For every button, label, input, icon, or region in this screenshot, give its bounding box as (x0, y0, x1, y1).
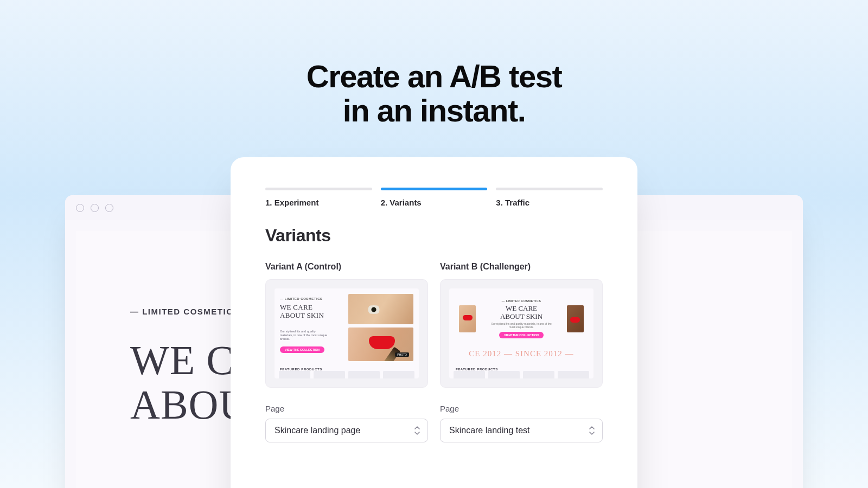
hero-headline: Create an A/B test in an instant. (307, 60, 561, 127)
mini-heading: WE CARE ABOUT SKIN (280, 304, 340, 320)
step-label: 2. Variants (381, 198, 488, 207)
variant-a-column: Variant A (Control) — LIMITED COSMETICS … (265, 262, 428, 442)
mini-copy: Our stylized fits and quality materials,… (280, 330, 329, 341)
step-variants[interactable]: 2. Variants (381, 188, 488, 207)
chevron-up-down-icon (588, 426, 596, 435)
variant-a-page-label: Page (265, 404, 428, 413)
mini-right-photo (567, 305, 584, 332)
variant-b-column: Variant B (Challenger) — LIMITED COSMETI… (440, 262, 603, 442)
variant-b-title: Variant B (Challenger) (440, 262, 603, 272)
mini-brand-eyebrow: — LIMITED COSMETICS (488, 299, 555, 303)
window-dot-minimize (91, 204, 99, 212)
step-label: 3. Traffic (496, 198, 603, 207)
select-value: Skincare landing page (275, 426, 360, 435)
window-dot-zoom (105, 204, 113, 212)
mini-cta-button: VIEW THE COLLECTION (280, 346, 324, 353)
mini-since-ticker: CE 2012 — SINCE 2012 — (449, 349, 593, 358)
mini-copy: Our stylized fits and quality materials,… (488, 322, 555, 329)
mini-heading: WE CARE ABOUT SKIN (488, 305, 555, 320)
mini-brand-eyebrow: — LIMITED COSMETICS (280, 297, 340, 300)
variant-a-title: Variant A (Control) (265, 262, 428, 272)
step-traffic[interactable]: 3. Traffic (496, 188, 603, 207)
mini-cta-button: VIEW THE COLLECTION (499, 332, 544, 338)
variant-b-page-select[interactable]: Skincare landing test (440, 419, 603, 442)
ab-test-wizard-modal: 1. Experiment 2. Variants 3. Traffic Var… (231, 157, 637, 488)
variant-b-preview[interactable]: — LIMITED COSMETICS WE CARE ABOUT SKIN O… (440, 279, 603, 388)
mini-product-row (454, 371, 589, 378)
select-value: Skincare landing test (449, 426, 530, 435)
step-bar (265, 188, 372, 190)
mini-eye-photo (348, 294, 413, 324)
window-dot-close (76, 204, 84, 212)
mini-price-badge: PHOTO (395, 352, 409, 357)
mini-left-photo (459, 305, 476, 332)
variant-a-page-select[interactable]: Skincare landing page (265, 419, 428, 442)
step-bar (381, 188, 488, 190)
step-experiment[interactable]: 1. Experiment (265, 188, 372, 207)
wizard-stepper: 1. Experiment 2. Variants 3. Traffic (265, 188, 603, 207)
step-bar (496, 188, 603, 190)
variant-b-page-label: Page (440, 404, 603, 413)
mini-product-row (279, 371, 414, 378)
section-title: Variants (265, 226, 603, 246)
variant-a-preview[interactable]: — LIMITED COSMETICS WE CARE ABOUT SKIN O… (265, 279, 428, 388)
chevron-up-down-icon (413, 426, 421, 435)
step-label: 1. Experiment (265, 198, 372, 207)
